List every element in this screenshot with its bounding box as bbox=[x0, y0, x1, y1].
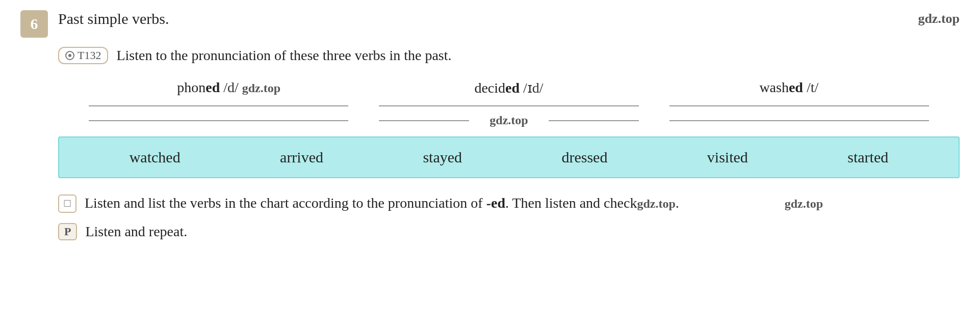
listen-instruction-text: Listen to the pronunciation of these thr… bbox=[116, 47, 451, 64]
phonetic-bold-1: ed bbox=[205, 79, 220, 95]
word-bank: watched arrived stayed dressed visited s… bbox=[58, 136, 960, 178]
word-bank-word-dressed: dressed bbox=[561, 149, 607, 166]
phonetic-symbol-1: /d/ bbox=[223, 79, 239, 95]
word-bank-word-stayed: stayed bbox=[423, 149, 462, 166]
word-bank-word-started: started bbox=[847, 149, 888, 166]
blank-lines-row-1 bbox=[58, 105, 960, 106]
blank-line-5a bbox=[379, 120, 469, 121]
blank-line-4 bbox=[89, 120, 348, 121]
blank-lines-row-2-wrapper: gdz.top bbox=[58, 114, 960, 127]
blank-line-5b bbox=[549, 120, 639, 121]
bold-ed: -ed bbox=[486, 195, 505, 211]
exercise-number: 6 bbox=[20, 10, 48, 38]
watermark-top-right: gdz.top bbox=[918, 11, 960, 26]
word-bank-word-watched: watched bbox=[130, 149, 180, 166]
phonetic-item-phoned: phoned /d/ gdz.top bbox=[89, 79, 369, 96]
track-badge[interactable]: T132 bbox=[58, 47, 108, 64]
phonetic-item-washed: washed /t/ bbox=[649, 79, 929, 96]
phonetic-word-start-2: decid bbox=[474, 80, 505, 96]
blank-lines-section: gdz.top bbox=[58, 105, 960, 127]
phonetic-word-start-1: phon bbox=[177, 79, 205, 95]
phonetics-row: phoned /d/ gdz.top decided /ɪd/ washed /… bbox=[58, 79, 960, 96]
watermark-instruction-1: gdz.top bbox=[637, 197, 675, 210]
track-number: T132 bbox=[78, 49, 101, 62]
watermark-center-lines: gdz.top bbox=[489, 114, 528, 127]
blank-line-1 bbox=[89, 105, 348, 106]
audio-icon bbox=[65, 51, 74, 60]
word-bank-word-arrived: arrived bbox=[280, 149, 323, 166]
instruction-text: Listen and list the verbs in the chart a… bbox=[85, 192, 960, 214]
phonetic-symbol-2: /ɪd/ bbox=[523, 80, 544, 96]
phonetic-bold-3: ed bbox=[789, 79, 803, 95]
checkbox-icon[interactable]: ☐ bbox=[58, 194, 76, 213]
listen-instruction-row: T132 Listen to the pronunciation of thes… bbox=[58, 47, 960, 64]
word-bank-word-visited: visited bbox=[707, 149, 748, 166]
phonetic-word-start-3: wash bbox=[759, 79, 789, 95]
blank-line-2 bbox=[379, 105, 638, 106]
watermark-instruction-2: gdz.top bbox=[785, 194, 823, 213]
center-watermark-line-group: gdz.top bbox=[379, 114, 638, 127]
listen-repeat-row: P Listen and repeat. bbox=[58, 223, 960, 240]
exercise-title: Past simple verbs. bbox=[58, 10, 169, 27]
phonetic-bold-2: ed bbox=[505, 80, 520, 96]
instruction-row: ☐ Listen and list the verbs in the chart… bbox=[58, 192, 960, 214]
phonetic-symbol-3: /t/ bbox=[807, 79, 818, 95]
watermark-phonetics: gdz.top bbox=[242, 81, 280, 95]
phonetic-item-decided: decided /ɪd/ bbox=[369, 79, 649, 96]
listen-repeat-text: Listen and repeat. bbox=[85, 224, 187, 240]
blank-line-3 bbox=[669, 105, 929, 106]
blank-line-6 bbox=[669, 120, 929, 121]
p-badge[interactable]: P bbox=[58, 223, 77, 240]
